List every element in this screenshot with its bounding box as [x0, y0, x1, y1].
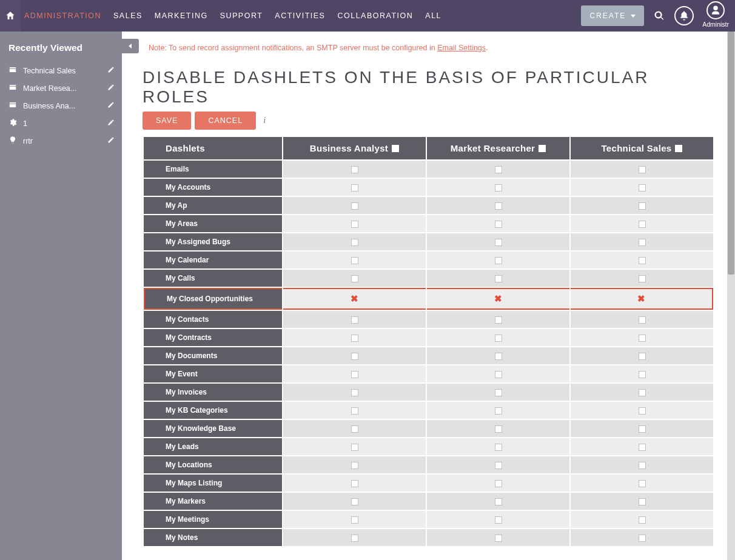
checkbox[interactable] [495, 184, 502, 192]
role-header-checkbox[interactable] [392, 145, 399, 152]
checkbox[interactable] [495, 389, 502, 396]
checkbox[interactable] [351, 275, 358, 282]
checkbox[interactable] [351, 257, 358, 264]
create-button[interactable]: CREATE [581, 5, 644, 26]
checkbox[interactable] [495, 516, 502, 524]
nav-item-collaboration[interactable]: COLLABORATION [337, 7, 413, 25]
sidebar-collapse-button[interactable] [122, 39, 139, 53]
checkbox[interactable] [351, 535, 358, 542]
dashlet-cell [283, 329, 426, 346]
nav-item-support[interactable]: SUPPORT [220, 7, 263, 25]
role-header-checkbox[interactable] [675, 145, 682, 152]
edit-icon[interactable] [107, 101, 115, 110]
checkbox[interactable] [639, 353, 646, 360]
checkbox[interactable] [639, 516, 646, 524]
save-button[interactable]: SAVE [143, 112, 191, 130]
checkbox[interactable] [639, 184, 646, 192]
search-button[interactable] [653, 9, 666, 22]
notifications-button[interactable] [674, 6, 694, 25]
checkbox[interactable] [639, 239, 646, 246]
sidebar-item[interactable]: Market Resea... [0, 79, 122, 97]
checkbox[interactable] [351, 498, 358, 505]
checkbox[interactable] [639, 166, 646, 173]
vertical-scrollbar[interactable] [727, 32, 735, 560]
checkbox[interactable] [351, 239, 358, 246]
checkbox[interactable] [639, 316, 646, 324]
checkbox[interactable] [351, 462, 358, 469]
checkbox[interactable] [495, 257, 502, 264]
checkbox[interactable] [495, 335, 502, 342]
checkbox[interactable] [495, 407, 502, 415]
checkbox[interactable] [639, 371, 646, 378]
checkbox[interactable] [495, 371, 502, 378]
checkbox[interactable] [351, 407, 358, 415]
edit-icon[interactable] [107, 119, 115, 128]
checkbox[interactable] [495, 444, 502, 451]
checkbox[interactable] [495, 498, 502, 505]
nav-item-activities[interactable]: ACTIVITIES [275, 7, 325, 25]
table-row: Emails [144, 161, 713, 178]
table-row: My Assigned Bugs [144, 233, 713, 250]
x-mark-icon[interactable]: ✖ [637, 293, 645, 304]
checkbox[interactable] [351, 221, 358, 228]
checkbox[interactable] [495, 425, 502, 433]
checkbox[interactable] [639, 275, 646, 282]
checkbox[interactable] [639, 535, 646, 542]
checkbox[interactable] [351, 202, 358, 210]
sidebar-item[interactable]: Technical Sales [0, 62, 122, 79]
cancel-button[interactable]: CANCEL [195, 112, 256, 130]
sidebar-item[interactable]: Business Ana... [0, 97, 122, 115]
checkbox[interactable] [351, 371, 358, 378]
checkbox[interactable] [495, 353, 502, 360]
checkbox[interactable] [639, 444, 646, 451]
checkbox[interactable] [639, 389, 646, 396]
checkbox[interactable] [351, 516, 358, 524]
checkbox[interactable] [495, 202, 502, 210]
checkbox[interactable] [495, 535, 502, 542]
edit-icon[interactable] [107, 66, 115, 75]
nav-item-marketing[interactable]: MARKETING [155, 7, 208, 25]
checkbox[interactable] [351, 480, 358, 487]
checkbox[interactable] [495, 316, 502, 324]
checkbox[interactable] [351, 166, 358, 173]
checkbox[interactable] [639, 462, 646, 469]
email-settings-link[interactable]: Email Settings [437, 44, 486, 52]
checkbox[interactable] [495, 221, 502, 228]
sidebar-item[interactable]: rrtr [0, 132, 122, 150]
checkbox[interactable] [495, 239, 502, 246]
checkbox[interactable] [639, 257, 646, 264]
sidebar-item[interactable]: 1 [0, 115, 122, 132]
x-mark-icon[interactable]: ✖ [351, 293, 358, 304]
checkbox[interactable] [495, 166, 502, 173]
checkbox[interactable] [639, 407, 646, 415]
dashlet-cell [427, 252, 569, 268]
checkbox[interactable] [639, 480, 646, 487]
checkbox[interactable] [351, 316, 358, 324]
checkbox[interactable] [495, 462, 502, 469]
checkbox[interactable] [639, 425, 646, 433]
info-icon[interactable]: i [260, 116, 266, 125]
home-button[interactable] [0, 0, 21, 32]
checkbox[interactable] [639, 221, 646, 228]
dashlet-row-label: My Closed Opportunities [144, 288, 282, 310]
checkbox[interactable] [351, 389, 358, 396]
checkbox[interactable] [351, 353, 358, 360]
checkbox[interactable] [639, 202, 646, 210]
checkbox[interactable] [351, 444, 358, 451]
x-mark-icon[interactable]: ✖ [494, 293, 502, 304]
user-menu[interactable]: Administr [702, 1, 729, 28]
nav-item-sales[interactable]: SALES [113, 7, 143, 25]
checkbox[interactable] [639, 335, 646, 342]
checkbox[interactable] [351, 425, 358, 433]
checkbox[interactable] [495, 480, 502, 487]
nav-item-all[interactable]: ALL [425, 7, 441, 25]
edit-icon[interactable] [107, 84, 115, 93]
checkbox[interactable] [495, 275, 502, 282]
role-header-checkbox[interactable] [539, 145, 546, 152]
edit-icon[interactable] [107, 136, 115, 145]
scrollbar-thumb[interactable] [728, 32, 734, 275]
checkbox[interactable] [351, 184, 358, 192]
checkbox[interactable] [351, 335, 358, 342]
nav-item-administration[interactable]: ADMINISTRATION [24, 7, 101, 25]
checkbox[interactable] [639, 498, 646, 505]
